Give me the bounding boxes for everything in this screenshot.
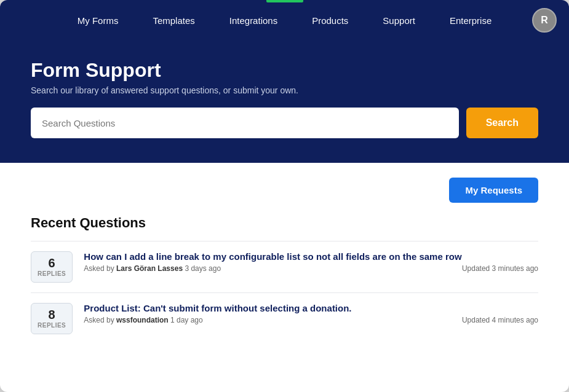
nav-support[interactable]: Support: [365, 0, 432, 41]
section-title: Recent Questions: [31, 215, 538, 231]
table-row: 6 REPLIES How can I add a line break to …: [31, 241, 538, 292]
nav-integrations[interactable]: Integrations: [212, 0, 295, 41]
hero-subtitle: Search our library of answered support q…: [31, 85, 538, 95]
nav-my-forms[interactable]: My Forms: [60, 0, 136, 41]
top-bar: My Requests: [31, 178, 538, 203]
question-updated: Updated 3 minutes ago: [462, 264, 538, 273]
reply-label: REPLIES: [38, 322, 66, 329]
question-author: wssfoundation: [116, 316, 169, 324]
question-asked: Asked by Lars Göran Lasses 3 days ago: [84, 264, 221, 273]
question-updated: Updated 4 minutes ago: [462, 316, 538, 324]
question-asked: Asked by wssfoundation 1 day ago: [84, 316, 202, 324]
question-author: Lars Göran Lasses: [116, 264, 183, 273]
my-requests-button[interactable]: My Requests: [449, 178, 538, 203]
question-meta: Asked by wssfoundation 1 day ago Updated…: [84, 316, 538, 324]
question-title[interactable]: How can I add a line break to my configu…: [84, 251, 538, 262]
reply-label: REPLIES: [38, 270, 66, 277]
reply-count: 6: [49, 257, 55, 269]
question-list: 6 REPLIES How can I add a line break to …: [31, 241, 538, 344]
progress-indicator: [266, 0, 303, 2]
question-content: Product List: Can't submit form without …: [84, 303, 538, 324]
nav-items: My Forms Templates Integrations Products…: [60, 0, 509, 41]
search-button[interactable]: Search: [466, 108, 538, 138]
app-window: My Forms Templates Integrations Products…: [0, 0, 569, 392]
table-row: 8 REPLIES Product List: Can't submit for…: [31, 292, 538, 344]
hero-title: Form Support: [31, 59, 538, 82]
question-meta: Asked by Lars Göran Lasses 3 days ago Up…: [84, 264, 538, 273]
nav-products[interactable]: Products: [295, 0, 365, 41]
hero-section: Form Support Search our library of answe…: [0, 41, 569, 163]
search-input[interactable]: [31, 108, 459, 138]
nav-enterprise[interactable]: Enterprise: [432, 0, 509, 41]
navbar: My Forms Templates Integrations Products…: [0, 0, 569, 41]
user-avatar[interactable]: R: [532, 8, 557, 33]
search-row: Search: [31, 108, 538, 138]
nav-templates[interactable]: Templates: [135, 0, 212, 41]
reply-badge: 8 REPLIES: [31, 303, 73, 334]
question-content: How can I add a line break to my configu…: [84, 251, 538, 273]
reply-count: 8: [49, 308, 55, 321]
main-content: My Requests Recent Questions 6 REPLIES H…: [0, 163, 569, 363]
reply-badge: 6 REPLIES: [31, 251, 73, 283]
question-title[interactable]: Product List: Can't submit form without …: [84, 303, 538, 313]
